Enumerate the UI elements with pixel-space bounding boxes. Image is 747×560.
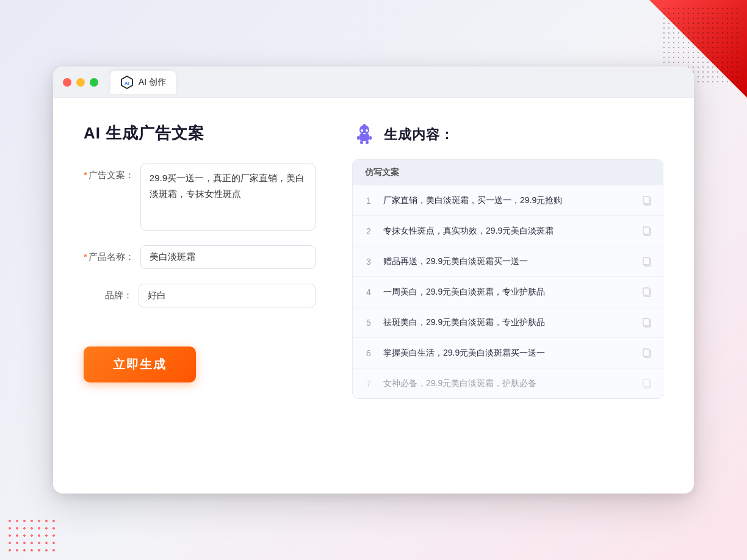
- page-title: AI 生成广告文案: [84, 123, 316, 144]
- svg-rect-10: [369, 136, 372, 140]
- copy-icon[interactable]: [642, 378, 653, 389]
- result-number: 7: [363, 379, 375, 389]
- copy-icon[interactable]: [642, 226, 653, 237]
- brand-label: 品牌：: [84, 284, 139, 301]
- required-mark-2: *: [84, 251, 87, 262]
- tab-label: AI 创作: [139, 77, 166, 88]
- maximize-button[interactable]: [90, 78, 98, 87]
- svg-rect-14: [643, 196, 649, 204]
- result-item: 4一周美白，29.9元美白淡斑霜，专业护肤品: [353, 277, 663, 307]
- browser-content: AI 生成广告文案 *广告文案： 29.9买一送一，真正的厂家直销，美白淡斑霜，…: [53, 98, 694, 494]
- result-text: 专抹女性斑点，真实功效，29.9元美白淡斑霜: [383, 224, 633, 237]
- right-header: 生成内容：: [352, 123, 663, 147]
- browser-tab[interactable]: AI AI 创作: [110, 71, 176, 94]
- result-number: 6: [363, 348, 375, 358]
- svg-rect-3: [359, 134, 369, 141]
- result-item: 2专抹女性斑点，真实功效，29.9元美白淡斑霜: [353, 216, 663, 246]
- result-item: 5祛斑美白，29.9元美白淡斑霜，专业护肤品: [353, 307, 663, 338]
- robot-icon: [352, 123, 377, 147]
- ad-copy-label: *广告文案：: [84, 163, 140, 181]
- copy-icon[interactable]: [642, 256, 653, 267]
- result-number: 4: [363, 287, 375, 297]
- left-panel: AI 生成广告文案 *广告文案： 29.9买一送一，真正的厂家直销，美白淡斑霜，…: [84, 123, 316, 469]
- copy-icon[interactable]: [642, 195, 653, 206]
- svg-rect-11: [360, 141, 363, 144]
- product-name-input[interactable]: [140, 245, 316, 269]
- svg-point-4: [361, 129, 363, 132]
- result-text: 厂家直销，美白淡斑霜，买一送一，29.9元抢购: [383, 194, 633, 207]
- results-table: 仿写文案 1厂家直销，美白淡斑霜，买一送一，29.9元抢购 2专抹女性斑点，真实…: [352, 159, 663, 399]
- ad-copy-row: *广告文案： 29.9买一送一，真正的厂家直销，美白淡斑霜，专抹女性斑点: [84, 163, 316, 231]
- svg-point-5: [366, 129, 368, 132]
- svg-rect-22: [643, 318, 649, 326]
- ad-copy-input[interactable]: 29.9买一送一，真正的厂家直销，美白淡斑霜，专抹女性斑点: [140, 163, 316, 231]
- copy-icon[interactable]: [642, 287, 653, 298]
- minimize-button[interactable]: [76, 78, 85, 87]
- svg-text:AI: AI: [125, 81, 129, 86]
- svg-rect-26: [643, 379, 649, 387]
- result-item: 3赠品再送，29.9元美白淡斑霜买一送一: [353, 246, 663, 277]
- right-title: 生成内容：: [384, 126, 454, 144]
- result-text: 女神必备，29.9元美白淡斑霜，护肤必备: [383, 377, 633, 390]
- brand-row: 品牌：: [84, 284, 316, 307]
- svg-rect-20: [643, 288, 649, 295]
- required-mark-1: *: [84, 170, 87, 180]
- result-item: 7女神必备，29.9元美白淡斑霜，护肤必备: [353, 368, 663, 398]
- product-name-row: *产品名称：: [84, 245, 316, 269]
- result-text: 祛斑美白，29.9元美白淡斑霜，专业护肤品: [383, 316, 633, 329]
- results-table-header: 仿写文案: [353, 160, 663, 185]
- result-text: 赠品再送，29.9元美白淡斑霜买一送一: [383, 255, 633, 268]
- copy-icon[interactable]: [642, 348, 653, 359]
- svg-rect-16: [643, 227, 649, 234]
- right-panel: 生成内容： 仿写文案 1厂家直销，美白淡斑霜，买一送一，29.9元抢购 2专抹女…: [352, 123, 663, 469]
- results-list: 1厂家直销，美白淡斑霜，买一送一，29.9元抢购 2专抹女性斑点，真实功效，29…: [353, 185, 663, 398]
- result-number: 1: [363, 196, 375, 206]
- result-number: 2: [363, 226, 375, 236]
- bottom-dots-decoration: [6, 517, 55, 554]
- result-item: 6掌握美白生活，29.9元美白淡斑霜买一送一: [353, 338, 663, 368]
- svg-rect-18: [643, 257, 649, 265]
- browser-window: AI AI 创作 AI 生成广告文案 *广告文案： 29.9买一送一，真正的厂家…: [53, 66, 694, 494]
- window-controls: [63, 78, 98, 87]
- brand-input[interactable]: [139, 284, 316, 307]
- result-number: 3: [363, 257, 375, 267]
- result-text: 掌握美白生活，29.9元美白淡斑霜买一送一: [383, 346, 633, 359]
- product-name-label: *产品名称：: [84, 245, 140, 263]
- result-number: 5: [363, 318, 375, 328]
- svg-rect-6: [363, 133, 366, 134]
- browser-titlebar: AI AI 创作: [53, 66, 694, 98]
- svg-rect-24: [643, 349, 649, 356]
- svg-rect-12: [366, 141, 369, 144]
- close-button[interactable]: [63, 78, 71, 87]
- result-text: 一周美白，29.9元美白淡斑霜，专业护肤品: [383, 285, 633, 298]
- ai-tab-icon: AI: [120, 76, 134, 89]
- result-item: 1厂家直销，美白淡斑霜，买一送一，29.9元抢购: [353, 185, 663, 216]
- generate-button[interactable]: 立即生成: [84, 346, 196, 382]
- copy-icon[interactable]: [642, 317, 653, 328]
- svg-rect-9: [357, 136, 359, 140]
